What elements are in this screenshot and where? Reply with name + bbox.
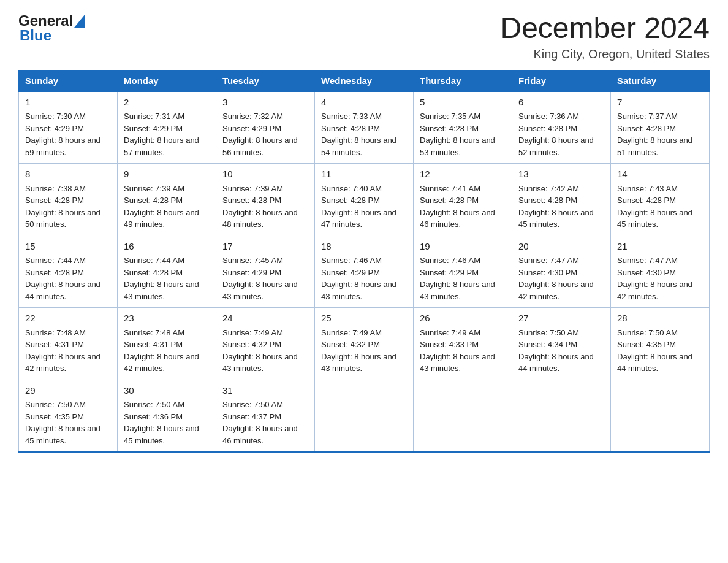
logo-blue-text: Blue <box>20 27 51 44</box>
weekday-header: SundayMondayTuesdayWednesdayThursdayFrid… <box>19 70 710 91</box>
logo-icon <box>74 14 85 28</box>
calendar-cell: 7Sunrise: 7:37 AMSunset: 4:28 PMDaylight… <box>611 91 710 164</box>
day-info: Sunrise: 7:49 AMSunset: 4:32 PMDaylight:… <box>222 327 308 375</box>
day-info: Sunrise: 7:38 AMSunset: 4:28 PMDaylight:… <box>25 183 111 231</box>
day-number: 6 <box>518 96 604 110</box>
calendar-cell: 12Sunrise: 7:41 AMSunset: 4:28 PMDayligh… <box>414 164 512 236</box>
calendar-cell: 14Sunrise: 7:43 AMSunset: 4:28 PMDayligh… <box>611 164 710 236</box>
day-number: 24 <box>222 312 308 326</box>
day-number: 12 <box>420 167 506 182</box>
day-number: 18 <box>321 240 407 254</box>
day-info: Sunrise: 7:44 AMSunset: 4:28 PMDaylight:… <box>124 255 210 302</box>
calendar-cell: 11Sunrise: 7:40 AMSunset: 4:28 PMDayligh… <box>315 164 414 236</box>
calendar-cell: 25Sunrise: 7:49 AMSunset: 4:32 PMDayligh… <box>315 308 414 380</box>
day-info: Sunrise: 7:33 AMSunset: 4:28 PMDaylight:… <box>321 110 407 158</box>
day-number: 17 <box>222 240 308 254</box>
day-info: Sunrise: 7:35 AMSunset: 4:28 PMDaylight:… <box>420 110 506 158</box>
calendar-cell: 21Sunrise: 7:47 AMSunset: 4:30 PMDayligh… <box>611 236 710 308</box>
day-number: 2 <box>124 96 210 110</box>
calendar-week-4: 22Sunrise: 7:48 AMSunset: 4:31 PMDayligh… <box>19 308 710 380</box>
calendar-cell: 1Sunrise: 7:30 AMSunset: 4:29 PMDaylight… <box>19 91 118 164</box>
calendar-week-2: 8Sunrise: 7:38 AMSunset: 4:28 PMDaylight… <box>19 164 710 236</box>
day-number: 19 <box>420 240 506 254</box>
calendar-cell: 8Sunrise: 7:38 AMSunset: 4:28 PMDaylight… <box>19 164 118 236</box>
day-number: 4 <box>321 96 407 110</box>
calendar-cell: 22Sunrise: 7:48 AMSunset: 4:31 PMDayligh… <box>19 308 118 380</box>
day-info: Sunrise: 7:47 AMSunset: 4:30 PMDaylight:… <box>617 255 703 302</box>
day-number: 23 <box>124 312 210 326</box>
day-info: Sunrise: 7:50 AMSunset: 4:34 PMDaylight:… <box>518 327 604 375</box>
day-number: 13 <box>518 167 604 182</box>
weekday-header-wednesday: Wednesday <box>315 70 414 91</box>
calendar-week-3: 15Sunrise: 7:44 AMSunset: 4:28 PMDayligh… <box>19 236 710 308</box>
day-info: Sunrise: 7:42 AMSunset: 4:28 PMDaylight:… <box>518 183 604 231</box>
day-number: 15 <box>25 240 111 254</box>
calendar-cell: 5Sunrise: 7:35 AMSunset: 4:28 PMDaylight… <box>414 91 512 164</box>
weekday-header-tuesday: Tuesday <box>216 70 315 91</box>
calendar-cell: 28Sunrise: 7:50 AMSunset: 4:35 PMDayligh… <box>611 308 710 380</box>
day-number: 26 <box>420 312 506 326</box>
weekday-header-sunday: Sunday <box>19 70 118 91</box>
day-info: Sunrise: 7:48 AMSunset: 4:31 PMDaylight:… <box>25 327 111 375</box>
day-number: 8 <box>25 167 111 182</box>
day-info: Sunrise: 7:40 AMSunset: 4:28 PMDaylight:… <box>321 183 407 231</box>
calendar-cell: 15Sunrise: 7:44 AMSunset: 4:28 PMDayligh… <box>19 236 118 308</box>
day-number: 14 <box>617 167 703 182</box>
calendar-cell: 17Sunrise: 7:45 AMSunset: 4:29 PMDayligh… <box>216 236 315 308</box>
day-info: Sunrise: 7:46 AMSunset: 4:29 PMDaylight:… <box>321 255 407 302</box>
day-number: 27 <box>518 312 604 326</box>
day-info: Sunrise: 7:36 AMSunset: 4:28 PMDaylight:… <box>518 110 604 158</box>
calendar-subtitle: King City, Oregon, United States <box>500 47 710 61</box>
day-info: Sunrise: 7:49 AMSunset: 4:32 PMDaylight:… <box>321 327 407 375</box>
calendar-cell: 9Sunrise: 7:39 AMSunset: 4:28 PMDaylight… <box>118 164 216 236</box>
day-number: 16 <box>124 240 210 254</box>
calendar-cell: 26Sunrise: 7:49 AMSunset: 4:33 PMDayligh… <box>414 308 512 380</box>
calendar-week-1: 1Sunrise: 7:30 AMSunset: 4:29 PMDaylight… <box>19 91 710 164</box>
day-info: Sunrise: 7:49 AMSunset: 4:33 PMDaylight:… <box>420 327 506 375</box>
calendar-cell: 10Sunrise: 7:39 AMSunset: 4:28 PMDayligh… <box>216 164 315 236</box>
day-info: Sunrise: 7:50 AMSunset: 4:35 PMDaylight:… <box>617 327 703 375</box>
calendar-cell <box>414 380 512 452</box>
day-number: 31 <box>222 384 308 398</box>
calendar-cell: 13Sunrise: 7:42 AMSunset: 4:28 PMDayligh… <box>512 164 611 236</box>
day-info: Sunrise: 7:43 AMSunset: 4:28 PMDaylight:… <box>617 183 703 231</box>
calendar-cell: 18Sunrise: 7:46 AMSunset: 4:29 PMDayligh… <box>315 236 414 308</box>
calendar-cell <box>315 380 414 452</box>
weekday-header-saturday: Saturday <box>611 70 710 91</box>
day-number: 21 <box>617 240 703 254</box>
svg-marker-0 <box>74 14 85 28</box>
day-info: Sunrise: 7:50 AMSunset: 4:37 PMDaylight:… <box>222 399 308 446</box>
day-number: 25 <box>321 312 407 326</box>
calendar-title-block: December 2024 King City, Oregon, United … <box>500 12 710 61</box>
day-number: 11 <box>321 167 407 182</box>
weekday-header-monday: Monday <box>118 70 216 91</box>
day-info: Sunrise: 7:31 AMSunset: 4:29 PMDaylight:… <box>124 110 210 158</box>
day-number: 10 <box>222 167 308 182</box>
day-info: Sunrise: 7:37 AMSunset: 4:28 PMDaylight:… <box>617 110 703 158</box>
day-info: Sunrise: 7:48 AMSunset: 4:31 PMDaylight:… <box>124 327 210 375</box>
calendar-cell: 20Sunrise: 7:47 AMSunset: 4:30 PMDayligh… <box>512 236 611 308</box>
day-number: 7 <box>617 96 703 110</box>
logo: General Blue <box>18 12 85 44</box>
day-number: 28 <box>617 312 703 326</box>
day-info: Sunrise: 7:46 AMSunset: 4:29 PMDaylight:… <box>420 255 506 302</box>
weekday-header-thursday: Thursday <box>414 70 512 91</box>
day-info: Sunrise: 7:50 AMSunset: 4:35 PMDaylight:… <box>25 399 111 446</box>
calendar-table: SundayMondayTuesdayWednesdayThursdayFrid… <box>18 70 710 453</box>
calendar-body: 1Sunrise: 7:30 AMSunset: 4:29 PMDaylight… <box>19 91 710 453</box>
day-info: Sunrise: 7:41 AMSunset: 4:28 PMDaylight:… <box>420 183 506 231</box>
day-info: Sunrise: 7:45 AMSunset: 4:29 PMDaylight:… <box>222 255 308 302</box>
day-info: Sunrise: 7:44 AMSunset: 4:28 PMDaylight:… <box>25 255 111 302</box>
day-info: Sunrise: 7:39 AMSunset: 4:28 PMDaylight:… <box>222 183 308 231</box>
calendar-cell: 4Sunrise: 7:33 AMSunset: 4:28 PMDaylight… <box>315 91 414 164</box>
calendar-cell: 6Sunrise: 7:36 AMSunset: 4:28 PMDaylight… <box>512 91 611 164</box>
day-number: 29 <box>25 384 111 398</box>
weekday-header-friday: Friday <box>512 70 611 91</box>
day-info: Sunrise: 7:50 AMSunset: 4:36 PMDaylight:… <box>124 399 210 446</box>
calendar-cell: 19Sunrise: 7:46 AMSunset: 4:29 PMDayligh… <box>414 236 512 308</box>
day-number: 9 <box>124 167 210 182</box>
day-number: 5 <box>420 96 506 110</box>
day-number: 1 <box>25 96 111 110</box>
day-info: Sunrise: 7:39 AMSunset: 4:28 PMDaylight:… <box>124 183 210 231</box>
calendar-cell: 30Sunrise: 7:50 AMSunset: 4:36 PMDayligh… <box>118 380 216 452</box>
